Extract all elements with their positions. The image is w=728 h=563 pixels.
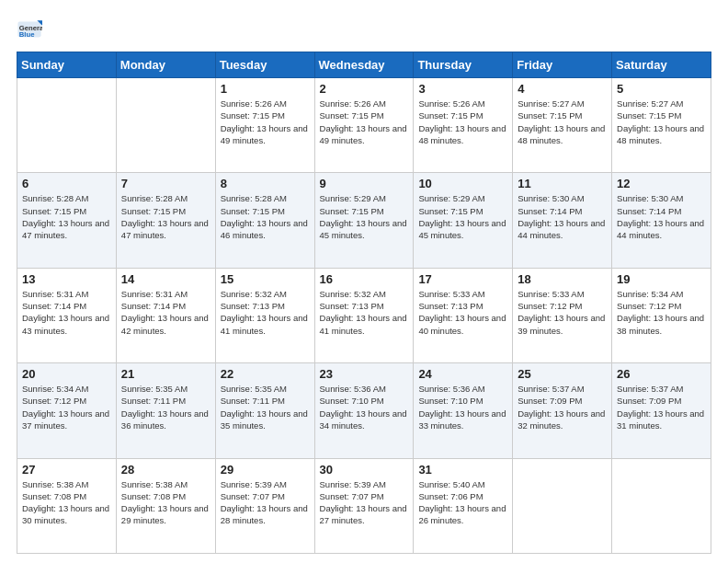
calendar-cell: 26Sunrise: 5:37 AM Sunset: 7:09 PM Dayli…	[612, 363, 711, 458]
calendar-week-4: 27Sunrise: 5:38 AM Sunset: 7:08 PM Dayli…	[17, 458, 711, 553]
day-info: Sunrise: 5:26 AM Sunset: 7:15 PM Dayligh…	[320, 98, 410, 146]
day-info: Sunrise: 5:28 AM Sunset: 7:15 PM Dayligh…	[22, 192, 112, 241]
calendar-cell: 27Sunrise: 5:38 AM Sunset: 7:08 PM Dayli…	[17, 458, 117, 553]
calendar-cell: 15Sunrise: 5:32 AM Sunset: 7:13 PM Dayli…	[215, 268, 314, 362]
day-number: 16	[320, 272, 410, 286]
calendar-cell: 24Sunrise: 5:36 AM Sunset: 7:10 PM Dayli…	[414, 363, 513, 458]
day-info: Sunrise: 5:39 AM Sunset: 7:07 PM Dayligh…	[320, 478, 410, 527]
day-number: 17	[418, 272, 508, 286]
day-info: Sunrise: 5:33 AM Sunset: 7:13 PM Dayligh…	[418, 288, 508, 337]
day-info: Sunrise: 5:35 AM Sunset: 7:11 PM Dayligh…	[121, 383, 211, 431]
day-info: Sunrise: 5:28 AM Sunset: 7:15 PM Dayligh…	[221, 192, 311, 241]
day-number: 10	[418, 177, 508, 190]
day-info: Sunrise: 5:29 AM Sunset: 7:15 PM Dayligh…	[320, 192, 410, 241]
calendar-cell: 3Sunrise: 5:26 AM Sunset: 7:15 PM Daylig…	[414, 78, 513, 173]
day-number: 3	[418, 82, 508, 96]
day-number: 23	[320, 367, 410, 381]
day-number: 27	[22, 463, 112, 477]
day-number: 30	[320, 463, 410, 477]
day-info: Sunrise: 5:26 AM Sunset: 7:15 PM Dayligh…	[418, 98, 508, 146]
day-number: 5	[617, 82, 707, 96]
calendar-cell: 1Sunrise: 5:26 AM Sunset: 7:15 PM Daylig…	[215, 78, 314, 173]
calendar-cell	[116, 78, 215, 173]
day-number: 15	[221, 272, 311, 286]
logo-icon: General Blue	[17, 17, 42, 42]
day-info: Sunrise: 5:37 AM Sunset: 7:09 PM Dayligh…	[617, 383, 707, 431]
calendar-cell: 6Sunrise: 5:28 AM Sunset: 7:15 PM Daylig…	[17, 173, 117, 268]
calendar-cell: 18Sunrise: 5:33 AM Sunset: 7:12 PM Dayli…	[513, 268, 612, 362]
day-info: Sunrise: 5:31 AM Sunset: 7:14 PM Dayligh…	[22, 288, 112, 337]
day-info: Sunrise: 5:34 AM Sunset: 7:12 PM Dayligh…	[22, 383, 112, 431]
day-info: Sunrise: 5:30 AM Sunset: 7:14 PM Dayligh…	[617, 192, 707, 241]
calendar-cell: 21Sunrise: 5:35 AM Sunset: 7:11 PM Dayli…	[116, 363, 215, 458]
day-number: 24	[418, 367, 508, 381]
day-info: Sunrise: 5:34 AM Sunset: 7:12 PM Dayligh…	[617, 288, 707, 337]
calendar-cell: 12Sunrise: 5:30 AM Sunset: 7:14 PM Dayli…	[612, 173, 711, 268]
day-number: 22	[221, 367, 311, 381]
calendar-week-1: 6Sunrise: 5:28 AM Sunset: 7:15 PM Daylig…	[17, 173, 711, 268]
day-number: 26	[617, 367, 707, 381]
calendar-cell	[513, 458, 612, 553]
day-info: Sunrise: 5:28 AM Sunset: 7:15 PM Dayligh…	[121, 192, 211, 241]
day-info: Sunrise: 5:38 AM Sunset: 7:08 PM Dayligh…	[121, 478, 211, 527]
calendar-cell: 2Sunrise: 5:26 AM Sunset: 7:15 PM Daylig…	[314, 78, 414, 173]
calendar-cell: 31Sunrise: 5:40 AM Sunset: 7:06 PM Dayli…	[414, 458, 513, 553]
day-number: 18	[518, 272, 608, 286]
day-info: Sunrise: 5:27 AM Sunset: 7:15 PM Dayligh…	[617, 98, 707, 146]
col-header-tuesday: Tuesday	[215, 52, 314, 78]
day-number: 31	[418, 463, 508, 477]
calendar-cell: 7Sunrise: 5:28 AM Sunset: 7:15 PM Daylig…	[116, 173, 215, 268]
day-number: 25	[518, 367, 608, 381]
day-number: 8	[221, 177, 311, 190]
day-info: Sunrise: 5:39 AM Sunset: 7:07 PM Dayligh…	[221, 478, 311, 527]
col-header-thursday: Thursday	[414, 52, 513, 78]
day-info: Sunrise: 5:31 AM Sunset: 7:14 PM Dayligh…	[121, 288, 211, 337]
day-number: 28	[121, 463, 211, 477]
calendar-cell: 9Sunrise: 5:29 AM Sunset: 7:15 PM Daylig…	[314, 173, 414, 268]
calendar-week-0: 1Sunrise: 5:26 AM Sunset: 7:15 PM Daylig…	[17, 78, 711, 173]
day-info: Sunrise: 5:37 AM Sunset: 7:09 PM Dayligh…	[518, 383, 608, 431]
day-number: 11	[518, 177, 608, 190]
day-number: 13	[22, 272, 112, 286]
logo: General Blue	[17, 17, 46, 42]
day-info: Sunrise: 5:38 AM Sunset: 7:08 PM Dayligh…	[22, 478, 112, 527]
calendar-cell: 10Sunrise: 5:29 AM Sunset: 7:15 PM Dayli…	[414, 173, 513, 268]
calendar-cell: 20Sunrise: 5:34 AM Sunset: 7:12 PM Dayli…	[17, 363, 117, 458]
day-number: 19	[617, 272, 707, 286]
day-number: 9	[320, 177, 410, 190]
day-number: 1	[221, 82, 311, 96]
calendar-cell: 19Sunrise: 5:34 AM Sunset: 7:12 PM Dayli…	[612, 268, 711, 362]
day-number: 2	[320, 82, 410, 96]
calendar-cell: 14Sunrise: 5:31 AM Sunset: 7:14 PM Dayli…	[116, 268, 215, 362]
day-info: Sunrise: 5:33 AM Sunset: 7:12 PM Dayligh…	[518, 288, 608, 337]
day-info: Sunrise: 5:35 AM Sunset: 7:11 PM Dayligh…	[221, 383, 311, 431]
calendar-cell	[612, 458, 711, 553]
day-info: Sunrise: 5:30 AM Sunset: 7:14 PM Dayligh…	[518, 192, 608, 241]
calendar-cell: 29Sunrise: 5:39 AM Sunset: 7:07 PM Dayli…	[215, 458, 314, 553]
calendar-cell: 13Sunrise: 5:31 AM Sunset: 7:14 PM Dayli…	[17, 268, 117, 362]
col-header-wednesday: Wednesday	[314, 52, 414, 78]
day-number: 6	[22, 177, 112, 190]
col-header-monday: Monday	[116, 52, 215, 78]
calendar-cell: 30Sunrise: 5:39 AM Sunset: 7:07 PM Dayli…	[314, 458, 414, 553]
calendar-cell	[17, 78, 117, 173]
day-info: Sunrise: 5:26 AM Sunset: 7:15 PM Dayligh…	[221, 98, 311, 146]
day-info: Sunrise: 5:36 AM Sunset: 7:10 PM Dayligh…	[418, 383, 508, 431]
calendar-cell: 25Sunrise: 5:37 AM Sunset: 7:09 PM Dayli…	[513, 363, 612, 458]
day-info: Sunrise: 5:32 AM Sunset: 7:13 PM Dayligh…	[320, 288, 410, 337]
calendar-cell: 11Sunrise: 5:30 AM Sunset: 7:14 PM Dayli…	[513, 173, 612, 268]
day-number: 20	[22, 367, 112, 381]
calendar-cell: 22Sunrise: 5:35 AM Sunset: 7:11 PM Dayli…	[215, 363, 314, 458]
calendar-cell: 16Sunrise: 5:32 AM Sunset: 7:13 PM Dayli…	[314, 268, 414, 362]
col-header-saturday: Saturday	[612, 52, 711, 78]
day-info: Sunrise: 5:36 AM Sunset: 7:10 PM Dayligh…	[320, 383, 410, 431]
calendar-cell: 4Sunrise: 5:27 AM Sunset: 7:15 PM Daylig…	[513, 78, 612, 173]
col-header-friday: Friday	[513, 52, 612, 78]
day-number: 14	[121, 272, 211, 286]
day-number: 4	[518, 82, 608, 96]
calendar-cell: 28Sunrise: 5:38 AM Sunset: 7:08 PM Dayli…	[116, 458, 215, 553]
day-number: 7	[121, 177, 211, 190]
day-number: 21	[121, 367, 211, 381]
day-number: 12	[617, 177, 707, 190]
calendar-header-row: SundayMondayTuesdayWednesdayThursdayFrid…	[17, 52, 711, 78]
